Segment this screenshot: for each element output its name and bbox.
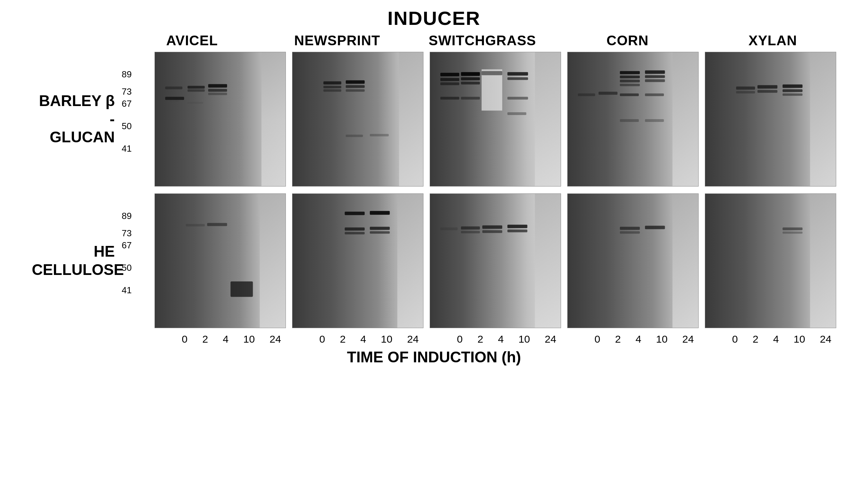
time-0-switchgrass: 0 <box>457 333 463 345</box>
svg-rect-32 <box>482 71 502 75</box>
svg-rect-9 <box>165 100 179 102</box>
svg-rect-13 <box>324 82 342 85</box>
time-labels-newsprint: 0 2 4 10 24 <box>309 333 440 345</box>
svg-rect-3 <box>165 87 183 89</box>
time-0-xylan: 0 <box>732 333 738 345</box>
svg-rect-29 <box>461 82 480 85</box>
svg-rect-12 <box>399 52 423 186</box>
svg-rect-8 <box>208 93 227 95</box>
gel-svg-hec-newsprint <box>292 194 423 328</box>
time-0-corn: 0 <box>595 333 600 345</box>
svg-rect-23 <box>440 73 459 76</box>
svg-rect-33 <box>507 72 528 76</box>
gel-hec-avicel <box>155 193 286 328</box>
svg-rect-30 <box>461 97 480 99</box>
gel-barley-xylan <box>705 52 836 187</box>
gel-svg-barley-avicel <box>155 52 286 186</box>
time-4-newsprint: 4 <box>360 333 366 345</box>
svg-rect-55 <box>736 91 755 93</box>
time-24-switchgrass: 24 <box>545 333 556 345</box>
barley-glucan-row: BARLEY β - GLUCAN 89 73 67 50 41 <box>32 52 836 187</box>
ladder-41-row2: 41 <box>122 285 132 296</box>
he-cellulose-row-label: HE CELLULOSE <box>32 242 122 279</box>
time-10-corn: 10 <box>656 333 668 345</box>
svg-rect-85 <box>620 227 640 230</box>
svg-rect-86 <box>620 231 640 233</box>
time-0-avicel: 0 <box>182 333 188 345</box>
time-labels-xylan: 0 2 4 10 24 <box>721 333 853 345</box>
inducer-title: INDUCER <box>388 7 480 29</box>
svg-rect-73 <box>370 231 390 233</box>
time-of-induction-label: TIME OF INDUCTION (h) <box>347 349 521 366</box>
svg-rect-82 <box>507 229 528 232</box>
svg-rect-59 <box>783 89 803 92</box>
ladder-73-row1: 73 <box>122 86 132 97</box>
svg-rect-80 <box>482 230 502 233</box>
inducer-col-newsprint: NEWSPRINT <box>265 33 410 48</box>
svg-rect-5 <box>188 89 205 92</box>
svg-rect-4 <box>188 86 205 89</box>
svg-rect-56 <box>757 85 777 89</box>
svg-rect-78 <box>461 231 480 233</box>
gel-barley-switchgrass <box>430 52 561 187</box>
svg-rect-22 <box>535 52 561 186</box>
svg-rect-64 <box>207 223 227 226</box>
time-2-xylan: 2 <box>753 333 758 345</box>
svg-rect-47 <box>645 70 665 74</box>
ladder-67-row2: 67 <box>122 240 132 251</box>
svg-rect-41 <box>620 71 640 74</box>
time-24-xylan: 24 <box>820 333 831 345</box>
time-2-corn: 2 <box>615 333 621 345</box>
svg-rect-65 <box>186 224 205 227</box>
time-4-avicel: 4 <box>223 333 228 345</box>
svg-rect-75 <box>535 194 561 328</box>
time-labels-corn: 0 2 4 10 24 <box>584 333 715 345</box>
ladder-89-row2: 89 <box>122 211 132 221</box>
svg-rect-77 <box>461 227 480 230</box>
svg-rect-42 <box>620 76 640 78</box>
svg-rect-49 <box>645 79 665 82</box>
gel-svg-hec-avicel <box>155 194 286 328</box>
svg-rect-44 <box>620 84 640 86</box>
time-24-avicel: 24 <box>270 333 281 345</box>
ladder-89-row1: 89 <box>122 69 132 80</box>
ladder-73-row2: 73 <box>122 228 132 239</box>
svg-rect-62 <box>260 194 286 328</box>
svg-rect-1 <box>261 52 286 186</box>
svg-rect-16 <box>346 80 365 84</box>
ladder-numbers-row2: 89 73 67 50 41 <box>122 193 153 328</box>
time-2-newsprint: 2 <box>340 333 346 345</box>
svg-rect-69 <box>345 228 365 231</box>
svg-rect-35 <box>507 97 528 99</box>
svg-rect-38 <box>672 52 698 186</box>
gel-barley-corn <box>567 52 699 187</box>
time-4-corn: 4 <box>635 333 641 345</box>
inducer-col-corn: CORN <box>555 33 700 48</box>
barley-gels <box>155 52 836 187</box>
time-10-newsprint: 10 <box>381 333 392 345</box>
ladder-41-row1: 41 <box>122 143 132 154</box>
ladder-50-row1: 50 <box>122 121 132 132</box>
gel-svg-hec-corn <box>568 194 698 328</box>
time-axis-container: 0 2 4 10 24 0 2 4 10 24 0 2 4 10 24 0 2 … <box>171 333 853 345</box>
gel-barley-newsprint <box>292 52 423 187</box>
svg-rect-24 <box>440 78 459 81</box>
svg-rect-90 <box>783 228 803 230</box>
inducer-col-avicel: AVICEL <box>120 33 265 48</box>
gel-svg-barley-corn <box>568 52 698 186</box>
svg-rect-28 <box>461 77 480 80</box>
inducer-columns-header: AVICEL NEWSPRINT SWITCHGRASS CORN XYLAN <box>23 33 846 48</box>
svg-rect-67 <box>397 194 423 328</box>
time-labels-avicel: 0 2 4 10 24 <box>171 333 302 345</box>
svg-rect-39 <box>578 93 595 96</box>
inducer-col-xylan: XYLAN <box>700 33 846 48</box>
svg-rect-70 <box>345 232 365 234</box>
svg-rect-58 <box>783 85 803 88</box>
svg-rect-17 <box>346 85 365 88</box>
svg-rect-89 <box>810 194 836 328</box>
svg-rect-81 <box>507 225 528 228</box>
time-24-newsprint: 24 <box>407 333 419 345</box>
svg-rect-18 <box>346 89 365 92</box>
svg-rect-53 <box>810 52 836 186</box>
gel-hec-switchgrass <box>430 193 561 328</box>
